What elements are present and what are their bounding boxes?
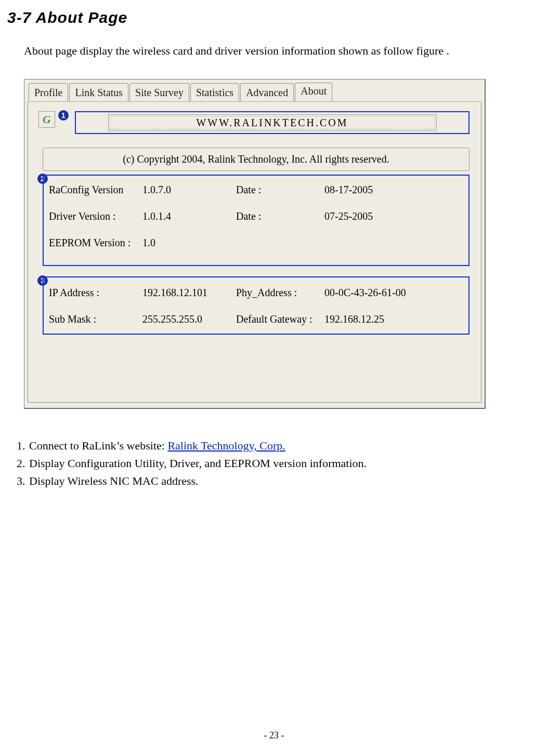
ip-value: 192.168.12.101: [142, 286, 236, 300]
eeprom-label: EEPROM Version :: [49, 236, 142, 250]
raconfig-label: RaConfig Version: [49, 183, 142, 197]
page-number: - 23 -: [0, 729, 548, 741]
callout-badge-1: 1: [58, 110, 69, 121]
driver-label: Driver Version :: [49, 209, 142, 223]
mask-value: 255.255.255.0: [142, 312, 236, 326]
list-item-1: Connect to RaLink’s website: Ralink Tech…: [28, 437, 522, 455]
phy-value: 00-0C-43-26-61-00: [324, 286, 468, 300]
tab-site-survey[interactable]: Site Survey: [129, 83, 189, 102]
tab-about[interactable]: About: [295, 83, 332, 101]
raconfig-date-label: Date :: [236, 183, 324, 197]
tab-advanced[interactable]: Advanced: [240, 83, 294, 102]
gateway-label: Default Gateway :: [236, 312, 324, 326]
network-info-box: IP Address : 192.168.12.101 Phy_Address …: [43, 276, 469, 335]
raconfig-date: 08-17-2005: [324, 183, 468, 197]
section-heading: 3-7 About Page: [7, 7, 522, 29]
version-row-raconfig: RaConfig Version 1.0.7.0 Date : 08-17-20…: [44, 176, 468, 202]
website-highlight-box: WWW.RALINKTECH.COM: [75, 111, 469, 134]
network-row-2: Sub Mask : 255.255.255.0 Default Gateway…: [44, 304, 468, 330]
website-button[interactable]: WWW.RALINKTECH.COM: [108, 114, 437, 131]
raconfig-value: 1.0.7.0: [142, 183, 236, 197]
company-logo-icon: G: [38, 111, 55, 128]
driver-date-label: Date :: [236, 209, 324, 223]
tab-profile[interactable]: Profile: [29, 83, 68, 102]
version-row-eeprom: EEPROM Version : 1.0: [44, 229, 468, 255]
phy-label: Phy_Address :: [236, 286, 324, 300]
version-row-driver: Driver Version : 1.0.1.4 Date : 07-25-20…: [44, 202, 468, 229]
ip-label: IP Address :: [49, 286, 142, 300]
version-info-box: RaConfig Version 1.0.7.0 Date : 08-17-20…: [43, 175, 469, 266]
driver-date: 07-25-2005: [324, 209, 468, 223]
tab-link-status[interactable]: Link Status: [69, 83, 128, 102]
tab-statistics[interactable]: Statistics: [190, 83, 239, 102]
about-window: Profile Link Status Site Survey Statisti…: [24, 79, 486, 409]
network-row-1: IP Address : 192.168.12.101 Phy_Address …: [44, 277, 468, 304]
list-item-3: Display Wireless NIC MAC address.: [28, 472, 522, 490]
ralink-link[interactable]: Ralink Technology, Corp.: [167, 439, 285, 452]
eeprom-value: 1.0: [142, 236, 236, 250]
gateway-value: 192.168.12.25: [324, 312, 468, 326]
about-pane: G 1 2 3 WWW.RALINKTECH.COM (c) Copyright…: [28, 101, 481, 403]
driver-value: 1.0.1.4: [142, 209, 236, 223]
list-item-1-text: Connect to RaLink’s website:: [29, 439, 167, 452]
description-list: Connect to RaLink’s website: Ralink Tech…: [5, 437, 522, 489]
mask-label: Sub Mask :: [49, 312, 142, 326]
list-item-2: Display Configuration Utility, Driver, a…: [28, 455, 522, 472]
copyright-label: (c) Copyright 2004, Ralink Technology, I…: [43, 148, 469, 171]
intro-paragraph: About page display the wireless card and…: [24, 43, 522, 59]
tab-bar: Profile Link Status Site Survey Statisti…: [24, 79, 485, 101]
